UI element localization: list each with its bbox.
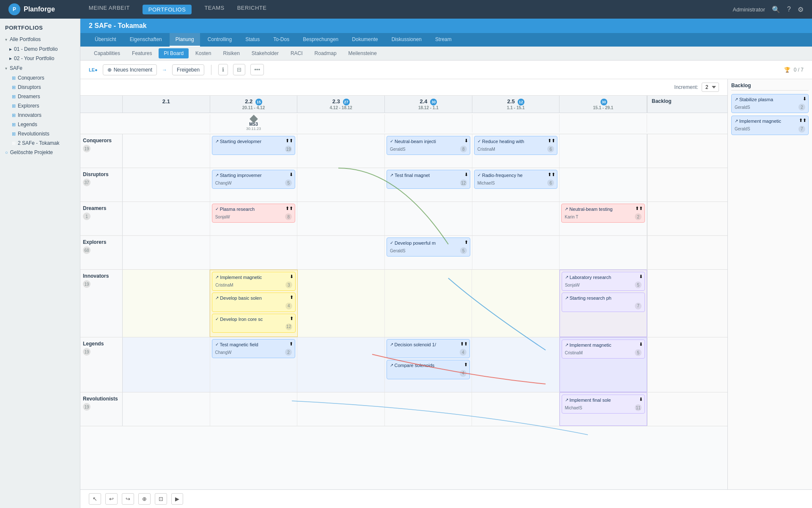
sprint-col-23: 2.3 27 4.12 - 18.12 xyxy=(297,96,385,113)
revolutionists-sprint-1 xyxy=(123,392,210,426)
tab-ubersicht[interactable]: Übersicht xyxy=(89,33,122,47)
tab-pi-board[interactable]: PI Board xyxy=(159,48,189,58)
card-implement-magnetic[interactable]: ↗Implement magnetic CristinaM 3 ⬇ xyxy=(212,272,295,291)
redo-button[interactable]: ↪ xyxy=(122,493,134,505)
sidebar-item-safe[interactable]: ▾ SAFe xyxy=(0,63,80,73)
sub-header: 2 SAFe - Tokamak xyxy=(80,19,812,33)
tab-besprechungen[interactable]: Besprechungen xyxy=(297,33,344,47)
release-button[interactable]: Freigeben xyxy=(172,64,204,75)
cursor-tool[interactable]: ↖ xyxy=(89,493,101,505)
tab-roadmap[interactable]: Roadmap xyxy=(310,48,342,58)
tab-todos[interactable]: To-Dos xyxy=(267,33,295,47)
card-reduce-heating[interactable]: ✓Reduce heating with CristinaM 6 ⬆⬆ xyxy=(474,136,558,155)
tab-meilensteine[interactable]: Meilensteine xyxy=(343,48,382,58)
increment-select[interactable]: 2 1 3 xyxy=(702,83,719,92)
nav-berichte[interactable]: BERICHTE xyxy=(237,5,267,14)
card-develop-powerful[interactable]: ✓Develop powerful m GeraldS 5 ⬆ xyxy=(387,237,470,257)
tab-planung[interactable]: Planung xyxy=(170,33,200,47)
sidebar-item-explorers[interactable]: ⊞ Explorers xyxy=(0,101,80,110)
sidebar-item-demo[interactable]: ▸ 01 - Demo Portfolio xyxy=(0,44,80,54)
sprint-cells-innovators: ↗Implement magnetic CristinaM 3 ⬇ ↗D xyxy=(123,270,647,337)
help-icon[interactable]: ? xyxy=(787,6,791,13)
tab-kosten[interactable]: Kosten xyxy=(190,48,216,58)
bottom-bar: ↖ ↩ ↪ ⊕ ⊡ ▶ xyxy=(80,489,812,508)
disruptors-sprint-5: ✓Radio-frequency he MichaelS 6 ⬆⬆ xyxy=(472,168,560,202)
tab-eigenschaften[interactable]: Eigenschaften xyxy=(124,33,168,47)
dreamers-sprint-4 xyxy=(385,202,472,235)
tab-stakeholder[interactable]: Stakeholder xyxy=(247,48,284,58)
new-increment-button[interactable]: ⊕ Neues Increment xyxy=(103,64,157,75)
card-plasma-research[interactable]: ✓Plasma research SonjaW 8 ⬆⬆ xyxy=(212,204,296,223)
tab-capabilities[interactable]: Capabilities xyxy=(89,48,125,58)
backlog-item-implement[interactable]: ↗Implement magnetic GeraldS 7 ⬆⬆ xyxy=(731,116,809,135)
card-assignee: CristinaM xyxy=(215,283,233,287)
sidebar-item-dreamers[interactable]: ⊞ Dreamers xyxy=(0,92,80,101)
card-points: 2 xyxy=(285,349,292,356)
frame-button[interactable]: ⊡ xyxy=(155,493,167,505)
tab-risiken[interactable]: Risiken xyxy=(218,48,244,58)
card-assignee: MichaelS xyxy=(477,181,495,185)
backlog-item-stabilize[interactable]: ↗Stabilize plasma GeraldS 2 ⬇ xyxy=(731,94,809,113)
card-radio-frequency[interactable]: ✓Radio-frequency he MichaelS 6 ⬆⬆ xyxy=(474,170,558,189)
release-label: Freigeben xyxy=(177,67,200,73)
sidebar-item-your-portfolio[interactable]: ▸ 02 - Your Portfolio xyxy=(0,54,80,63)
sidebar-item-alle[interactable]: ▾ Alle Portfolios xyxy=(0,34,80,44)
team-count-legends: 19 xyxy=(83,348,91,356)
more-button[interactable]: ••• xyxy=(250,64,264,75)
card-points: 4 xyxy=(285,303,292,309)
sidebar-item-disruptors[interactable]: ⊞ Disruptors xyxy=(0,83,80,92)
card-implement-magnetic-legends[interactable]: ↗Implement magnetic CristinaM 5 ⬇ xyxy=(562,340,645,359)
nav-portfolios[interactable]: PORTFOLIOS xyxy=(143,5,192,14)
add-button[interactable]: ⊕ xyxy=(138,493,151,505)
sprint-num-24: 2.4 30 xyxy=(387,98,470,105)
sidebar-item-innovators[interactable]: ⊞ Innovators xyxy=(0,110,80,120)
card-develop-basic-solen[interactable]: ↗Develop basic solen 4 ⬆ xyxy=(212,293,295,312)
tab-features[interactable]: Features xyxy=(127,48,157,58)
sprint-badge-23: 27 xyxy=(343,99,350,105)
tab-dokumente[interactable]: Dokumente xyxy=(346,33,384,47)
nav-teams[interactable]: TEAMS xyxy=(204,5,224,14)
sidebar-title: PORTFOLIOS xyxy=(0,19,80,34)
layout-button[interactable]: ⊟ xyxy=(233,64,245,75)
card-neutral-beam-inject[interactable]: ✓Neutral-beam injecti GeraldS 8 ⬇ xyxy=(387,136,470,155)
card-assignee: SonjaW xyxy=(215,215,230,219)
card-test-magnetic-field[interactable]: ✓Test magnetic field ChangW 2 ⬆ xyxy=(212,339,296,358)
sidebar-item-conquerors[interactable]: ⊞ Conquerors xyxy=(0,73,80,83)
card-laboratory-research[interactable]: ↗Laboratory research SonjaW 5 ⬇ xyxy=(562,272,645,291)
card-implement-final-sole[interactable]: ↗Implement final sole MichaelS 11 ⬇ xyxy=(562,395,645,414)
team-count-conquerors: 19 xyxy=(83,145,91,152)
tab-diskussionen[interactable]: Diskussionen xyxy=(386,33,428,47)
card-test-final-magnet[interactable]: ↗Test final magnet 12 ⬇ xyxy=(387,170,470,189)
tab-controlling[interactable]: Controlling xyxy=(202,33,238,47)
card-neutral-beam-testing[interactable]: ↗Neutral-beam testing Karin T 2 ⬆⬆ xyxy=(561,204,645,223)
legends-sprint-3 xyxy=(297,337,385,392)
sidebar-item-revolutionists[interactable]: ⊞ Revolutionists xyxy=(0,129,80,138)
sidebar-item-deleted[interactable]: ○ Gelöschte Projekte xyxy=(0,148,80,157)
tab-raci[interactable]: RACI xyxy=(285,48,308,58)
tab-stream[interactable]: Stream xyxy=(429,33,458,47)
card-compare-solenoids[interactable]: ↗Compare solenoids 4 ⬆ xyxy=(387,360,470,379)
card-points: 4 xyxy=(460,370,466,377)
board-row-conquerors: Conquerors 19 ↗Starting developmer xyxy=(80,134,727,168)
settings-icon[interactable]: ⚙ xyxy=(798,6,804,14)
sidebar-item-tokamak[interactable]: ⊞ 2 SAFe - Tokamak xyxy=(0,138,80,148)
logo: P Planforge xyxy=(8,3,55,15)
card-starting-developmer[interactable]: ↗Starting developmer 19 ⬆⬆ xyxy=(212,136,296,155)
search-icon[interactable]: 🔍 xyxy=(772,6,780,14)
sidebar-label-alle: Alle Portfolios xyxy=(10,36,41,42)
card-starting-research[interactable]: ↗Starting research ph 7 xyxy=(562,293,645,312)
user-label[interactable]: Administrator xyxy=(733,6,765,13)
sidebar-label-dreamers: Dreamers xyxy=(18,94,40,99)
revolutionists-sprint-5 xyxy=(472,392,560,426)
conquerors-sprint-5: ✓Reduce heating with CristinaM 6 ⬆⬆ xyxy=(472,134,560,168)
card-decision-solenoid[interactable]: ↗Decision solenoid 1/ 4 ⬆⬆ xyxy=(387,339,470,358)
nav-meine-arbeit[interactable]: MEINE ARBEIT xyxy=(89,5,130,14)
undo-button[interactable]: ↩ xyxy=(105,493,118,505)
card-starting-improvemer[interactable]: ↗Starting improvemer ChangW 5 ⬇ xyxy=(212,170,296,189)
sidebar-item-legends[interactable]: ⊞ Legends xyxy=(0,120,80,129)
card-develop-iron-core[interactable]: ✓Develop Iron core sc 12 ⬆ xyxy=(212,314,295,333)
play-button[interactable]: ▶ xyxy=(171,493,183,505)
info-button[interactable]: ℹ xyxy=(218,64,228,75)
tab-status[interactable]: Status xyxy=(239,33,266,47)
team-name-legends: Legends xyxy=(83,341,104,347)
